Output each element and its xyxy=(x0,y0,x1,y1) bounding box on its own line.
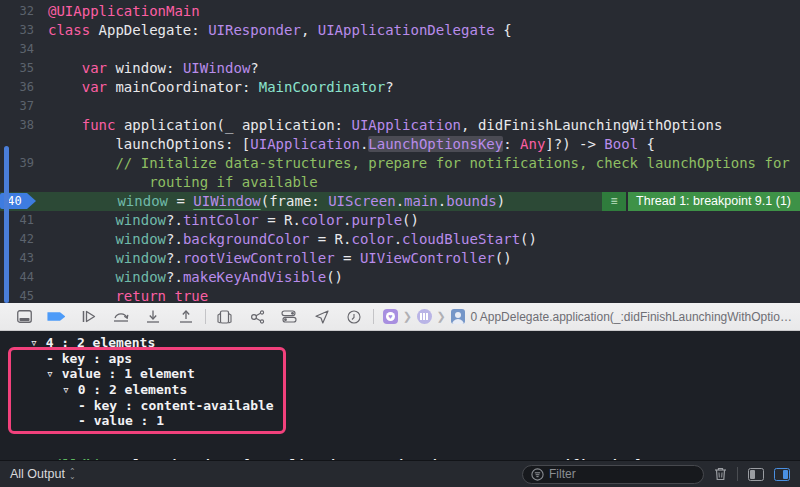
code-text xyxy=(46,40,48,59)
code-text: var window: UIWindow? xyxy=(46,59,259,78)
code-text xyxy=(46,97,48,116)
code-line[interactable]: 45 return true xyxy=(0,287,800,303)
breakpoints-toggle-icon[interactable] xyxy=(40,306,72,328)
code-line[interactable]: 44 window?.makeKeyAndVisible() xyxy=(0,268,800,287)
code-line[interactable]: 38 func application(_ application: UIApp… xyxy=(0,116,800,135)
code-line[interactable]: 42 window?.backgroundColor = R.color.clo… xyxy=(0,230,800,249)
code-line[interactable]: 32@UIApplicationMain xyxy=(0,2,800,21)
stack-frame-icon[interactable] xyxy=(451,309,466,324)
output-scope-selector[interactable]: All Output ⌃⌄ xyxy=(10,467,76,481)
console-bottom-bar: All Output ⌃⌄ Filter xyxy=(0,460,800,487)
breakpoint-annotation[interactable]: ≡Thread 1: breakpoint 9.1 (1) xyxy=(602,192,800,211)
code-line[interactable]: 39 // Initalize data-structures, prepare… xyxy=(0,154,800,173)
code-line[interactable]: 41 window?.tintColor = R.color.purple() xyxy=(0,211,800,230)
variable-tree-row[interactable]: - value : 1 xyxy=(0,413,800,429)
annotation-menu-icon[interactable]: ≡ xyxy=(602,192,628,211)
code-text: @UIApplicationMain xyxy=(46,2,200,21)
output-scope-label: All Output xyxy=(10,467,65,481)
toolbar-divider xyxy=(205,309,206,324)
code-text: func application(_ application: UIApplic… xyxy=(46,116,722,135)
continue-execution-icon[interactable] xyxy=(73,306,105,328)
variable-tree-row[interactable]: ▿ 4 : 2 elements xyxy=(0,335,800,351)
line-number[interactable]: 34 xyxy=(0,40,46,59)
variable-tree-row[interactable]: - key : aps xyxy=(0,351,800,367)
thread-icon[interactable] xyxy=(417,309,432,324)
clear-console-icon[interactable] xyxy=(714,467,727,481)
debug-breadcrumb: ♥ ❯ ❯ 0 AppDelegate.application(_:didFin… xyxy=(383,309,792,324)
step-over-icon[interactable] xyxy=(105,306,137,328)
code-line[interactable]: 33class AppDelegate: UIResponder, UIAppl… xyxy=(0,21,800,40)
simulate-location-icon[interactable] xyxy=(306,306,338,328)
code-text: window?.backgroundColor = R.color.cloudB… xyxy=(46,230,537,249)
variable-tree-row[interactable]: - key : content-available xyxy=(0,398,800,414)
show-console-view-icon[interactable] xyxy=(774,468,790,481)
timeline-icon[interactable] xyxy=(338,306,370,328)
code-text: routing if available xyxy=(46,173,318,192)
lldb-command-line[interactable]: (lldb) po launchOptions![UIApplication.L… xyxy=(0,442,800,460)
hide-debug-area-icon[interactable] xyxy=(8,306,40,328)
code-text: // Initalize data-structures, prepare fo… xyxy=(46,154,790,173)
code-line[interactable]: 43 window?.rootViewController = UIViewCo… xyxy=(0,249,800,268)
debug-toolbar: ♥ ❯ ❯ 0 AppDelegate.application(_:didFin… xyxy=(0,303,800,331)
view-hierarchy-icon[interactable] xyxy=(209,306,241,328)
code-lines: 32@UIApplicationMain33class AppDelegate:… xyxy=(0,2,800,303)
code-text: window?.rootViewController = UIViewContr… xyxy=(46,249,512,268)
code-line[interactable]: 36 var mainCoordinator: MainCoordinator? xyxy=(0,78,800,97)
change-bar xyxy=(4,146,9,303)
code-line[interactable]: 37 xyxy=(0,97,800,116)
line-number[interactable]: 33 xyxy=(0,21,46,40)
variable-tree-row[interactable]: ▿ 0 : 2 elements xyxy=(0,382,800,398)
code-line[interactable]: routing if available xyxy=(0,173,800,192)
line-number[interactable]: 36 xyxy=(0,78,46,97)
chevron-up-down-icon: ⌃⌄ xyxy=(69,469,76,479)
line-number[interactable]: 37 xyxy=(0,97,46,116)
code-editor[interactable]: 32@UIApplicationMain33class AppDelegate:… xyxy=(0,0,800,303)
xcode-debug-window: 32@UIApplicationMain33class AppDelegate:… xyxy=(0,0,800,487)
code-text: class AppDelegate: UIResponder, UIApplic… xyxy=(46,21,512,40)
filter-input[interactable]: Filter xyxy=(522,465,704,484)
chevron-right-icon: ❯ xyxy=(437,310,446,323)
code-text: var mainCoordinator: MainCoordinator? xyxy=(46,78,394,97)
app-icon[interactable]: ♥ xyxy=(383,309,398,324)
show-variables-view-icon[interactable] xyxy=(748,468,764,481)
chevron-right-icon: ❯ xyxy=(403,310,412,323)
memory-graph-icon[interactable] xyxy=(241,306,273,328)
filter-placeholder: Filter xyxy=(549,467,576,481)
annotation-label: Thread 1: breakpoint 9.1 (1) xyxy=(628,192,800,211)
step-into-icon[interactable] xyxy=(137,306,169,328)
line-number[interactable]: 35 xyxy=(0,59,46,78)
code-line[interactable]: 40 window = UIWindow(frame: UIScreen.mai… xyxy=(0,192,800,211)
step-out-icon[interactable] xyxy=(169,306,201,328)
line-number[interactable]: 32 xyxy=(0,2,46,21)
variable-tree-row[interactable]: ▿ value : 1 element xyxy=(0,366,800,382)
code-line[interactable]: 35 var window: UIWindow? xyxy=(0,59,800,78)
debug-console[interactable]: ▿ 4 : 2 elements- key : aps▿ value : 1 e… xyxy=(0,331,800,460)
environment-overrides-icon[interactable] xyxy=(273,306,305,328)
code-text: window?.tintColor = R.color.purple() xyxy=(46,211,419,230)
stack-frame-label[interactable]: 0 AppDelegate.application(_:didFinishLau… xyxy=(470,310,792,324)
code-line[interactable]: 34 xyxy=(0,40,800,59)
variable-tree: ▿ 4 : 2 elements- key : aps▿ value : 1 e… xyxy=(0,331,800,429)
filter-icon xyxy=(531,468,544,481)
code-text: launchOptions: [UIApplication.LaunchOpti… xyxy=(46,135,655,154)
line-number[interactable]: 38 xyxy=(0,116,46,135)
bottom-bar-divider xyxy=(737,467,738,481)
code-text: return true xyxy=(46,287,208,303)
toolbar-divider xyxy=(373,309,374,324)
code-line[interactable]: launchOptions: [UIApplication.LaunchOpti… xyxy=(0,135,800,154)
code-text: window?.makeKeyAndVisible() xyxy=(46,268,343,287)
code-text: window = UIWindow(frame: UIScreen.main.b… xyxy=(48,192,505,211)
